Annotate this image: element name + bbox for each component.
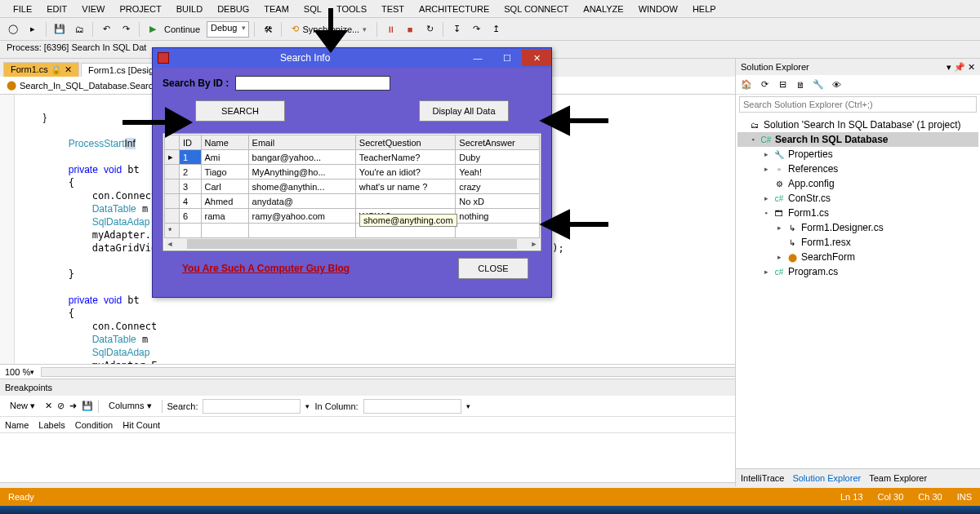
new-breakpoint-button[interactable]: New ▾	[5, 399, 40, 413]
menu-file[interactable]: FILE	[7, 2, 38, 16]
menu-edit[interactable]: EDIT	[40, 2, 74, 16]
save-icon[interactable]: 💾	[51, 21, 68, 38]
menu-team[interactable]: TEAM	[257, 2, 296, 16]
table-row[interactable]: ▸1Amibangar@yahoo...TeacherName?Duby	[165, 150, 540, 165]
goto-icon[interactable]: ➜	[69, 401, 77, 411]
windows-taskbar[interactable]	[0, 506, 980, 514]
menu-bar: FILE EDIT VIEW PROJECT BUILD DEBUG TEAM …	[0, 0, 980, 18]
menu-sqlconnect[interactable]: SQL CONNECT	[497, 2, 575, 16]
tree-program[interactable]: ▸c#Program.cs	[737, 264, 978, 279]
redo-icon[interactable]: ↷	[118, 21, 134, 38]
breakpoint-incolumn-input[interactable]	[363, 399, 461, 414]
menu-view[interactable]: VIEW	[75, 2, 111, 16]
search-button[interactable]: SEARCH	[195, 100, 285, 122]
tree-references[interactable]: ▸▫References	[737, 162, 978, 176]
pin-icon[interactable]: 📌	[954, 62, 965, 72]
col-secretq[interactable]: SecretQuestion	[355, 135, 455, 150]
email-tooltip: shome@anything.com	[359, 214, 457, 227]
tab-intellitrace[interactable]: IntelliTrace	[741, 473, 784, 483]
tree-form1-resx[interactable]: ↳Form1.resx	[737, 235, 978, 250]
tree-constr[interactable]: ▸c#ConStr.cs	[737, 191, 978, 206]
undo-icon[interactable]: ↶	[98, 21, 114, 38]
tool-icon[interactable]: 🛠	[260, 21, 276, 38]
tab-form1-cs[interactable]: Form1.cs 🔒 ✕	[3, 62, 79, 77]
tab-solution-explorer[interactable]: Solution Explorer	[792, 473, 861, 483]
preview-icon[interactable]: 👁	[829, 78, 844, 92]
collapse-icon[interactable]: ⊟	[775, 78, 790, 92]
tree-form1-designer[interactable]: ▸↳Form1.Designer.cs	[737, 220, 978, 235]
columns-button[interactable]: Columns ▾	[104, 399, 156, 413]
table-row[interactable]: 2TiagoMyAnything@ho...You're an idiot?Ye…	[165, 165, 540, 179]
menu-architecture[interactable]: ARCHITECTURE	[412, 2, 496, 16]
col-email[interactable]: Email	[248, 135, 355, 150]
solution-node[interactable]: 🗂Solution 'Search In SQL Database' (1 pr…	[737, 117, 978, 132]
blog-link[interactable]: You Are Such A Computer Guy Blog	[182, 263, 350, 274]
delete-icon[interactable]: ✕	[45, 401, 52, 411]
zoom-level[interactable]: 100 %	[5, 367, 30, 377]
grid-horizontal-scrollbar[interactable]	[164, 238, 540, 250]
close-icon[interactable]: ✕	[522, 50, 551, 66]
menu-debug[interactable]: DEBUG	[211, 2, 256, 16]
tab-form1-design[interactable]: Form1.cs [Desig	[81, 63, 161, 77]
col-secreta[interactable]: SecretAnswer	[456, 135, 540, 150]
tree-form1[interactable]: ▪🗔Form1.cs	[737, 206, 978, 220]
menu-test[interactable]: TEST	[375, 2, 411, 16]
step-over-icon[interactable]: ↷	[468, 21, 484, 38]
close-icon[interactable]: ✕	[65, 64, 72, 74]
tree-searchform[interactable]: ▸⬤SearchForm	[737, 250, 978, 264]
close-button[interactable]: CLOSE	[458, 258, 528, 279]
col-condition: Condition	[75, 420, 113, 430]
col-name: Name	[5, 420, 29, 430]
table-row[interactable]: 6ramaramy@yahoo.comWOW ?nothing	[165, 209, 540, 224]
project-node[interactable]: ▪C#Search In SQL Database	[737, 132, 978, 147]
annotation-arrow-top	[310, 8, 351, 65]
step-into-icon[interactable]: ↧	[448, 21, 465, 38]
menu-build[interactable]: BUILD	[170, 2, 209, 16]
col-hitcount: Hit Count	[122, 420, 160, 430]
tree-appconfig[interactable]: ⚙App.config	[737, 176, 978, 191]
close-icon[interactable]: ✕	[968, 62, 975, 72]
menu-help[interactable]: HELP	[686, 2, 723, 16]
step-out-icon[interactable]: ↥	[488, 21, 504, 38]
forward-icon[interactable]: ▸	[24, 21, 41, 38]
dropdown-icon[interactable]: ▾	[947, 62, 951, 72]
display-all-button[interactable]: Display All Data	[419, 100, 509, 122]
export-icon[interactable]: 💾	[82, 401, 93, 411]
solution-search-input[interactable]	[739, 96, 977, 113]
table-row[interactable]: 4Ahmedanydata@No xD	[165, 194, 540, 209]
continue-label: Continue	[164, 24, 200, 34]
menu-window[interactable]: WINDOW	[632, 2, 684, 16]
col-name[interactable]: Name	[201, 135, 248, 150]
properties-icon[interactable]: 🔧	[811, 78, 826, 92]
tab-team-explorer[interactable]: Team Explorer	[869, 473, 927, 483]
refresh-icon[interactable]: ⟳	[757, 78, 772, 92]
show-all-icon[interactable]: 🗎	[793, 78, 808, 92]
code-gutter	[0, 95, 15, 364]
search-label: Search:	[167, 401, 198, 411]
maximize-icon[interactable]: ☐	[492, 50, 522, 66]
status-ch: Ch 30	[918, 492, 942, 502]
tree-properties[interactable]: ▸🔧Properties	[737, 147, 978, 162]
back-icon[interactable]: ◯	[5, 21, 21, 38]
annotation-arrow-left	[122, 106, 204, 139]
dialog-titlebar[interactable]: Search Info ― ☐ ✕	[153, 48, 551, 68]
breakpoint-search-input[interactable]	[203, 399, 301, 414]
disable-icon[interactable]: ⊘	[57, 401, 65, 411]
search-id-input[interactable]	[235, 76, 390, 91]
menu-analyze[interactable]: ANALYZE	[577, 2, 630, 16]
results-grid[interactable]: ID Name Email SecretQuestion SecretAnswe…	[164, 135, 540, 238]
home-icon[interactable]: 🏠	[739, 78, 754, 92]
annotation-arrow-right-top	[535, 104, 608, 137]
pause-icon[interactable]: ⏸	[382, 21, 399, 38]
search-info-dialog: Search Info ― ☐ ✕ Search By ID : SEARCH …	[152, 47, 552, 298]
table-row[interactable]: 3Carlshome@anythin...what's ur name ?cra…	[165, 179, 540, 194]
continue-icon[interactable]: ▶	[145, 21, 161, 38]
menu-project[interactable]: PROJECT	[113, 2, 167, 16]
minimize-icon[interactable]: ―	[463, 50, 492, 66]
table-row[interactable]: *	[165, 224, 540, 238]
stop-icon[interactable]: ■	[402, 21, 418, 38]
search-by-id-label: Search By ID :	[163, 78, 229, 89]
restart-icon[interactable]: ↻	[421, 21, 438, 38]
config-combo[interactable]: Debug	[207, 21, 249, 38]
saveall-icon[interactable]: 🗂	[71, 21, 87, 38]
